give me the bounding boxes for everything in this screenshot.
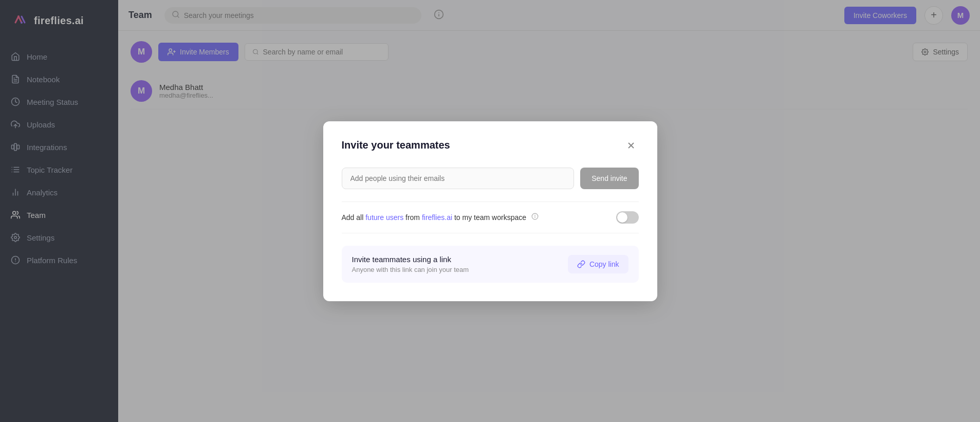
- auto-add-toggle-row: Add all future users from fireflies.ai t…: [342, 201, 639, 233]
- copy-link-label: Copy link: [589, 260, 619, 268]
- invite-link-section: Invite teammates using a link Anyone wit…: [342, 246, 639, 283]
- toggle-description: Add all future users from fireflies.ai t…: [342, 213, 539, 222]
- email-field[interactable]: [342, 168, 575, 189]
- modal-title: Invite your teammates: [342, 139, 450, 151]
- auto-add-toggle[interactable]: [616, 211, 639, 224]
- invite-link-subtitle: Anyone with this link can join your team: [352, 266, 469, 273]
- email-input-row: Send invite: [342, 168, 639, 189]
- close-icon: [626, 141, 636, 150]
- modal-close-button[interactable]: [623, 138, 639, 153]
- invite-link-text: Invite teammates using a link Anyone wit…: [352, 255, 469, 273]
- toggle-info-icon[interactable]: [531, 213, 539, 222]
- invite-teammates-modal: Invite your teammates Send invite Add al…: [323, 121, 657, 301]
- invite-link-title: Invite teammates using a link: [352, 255, 469, 264]
- send-invite-button[interactable]: Send invite: [580, 168, 638, 189]
- link-icon: [577, 260, 585, 268]
- modal-header: Invite your teammates: [342, 138, 639, 153]
- copy-link-button[interactable]: Copy link: [568, 255, 628, 273]
- modal-overlay[interactable]: Invite your teammates Send invite Add al…: [0, 0, 980, 422]
